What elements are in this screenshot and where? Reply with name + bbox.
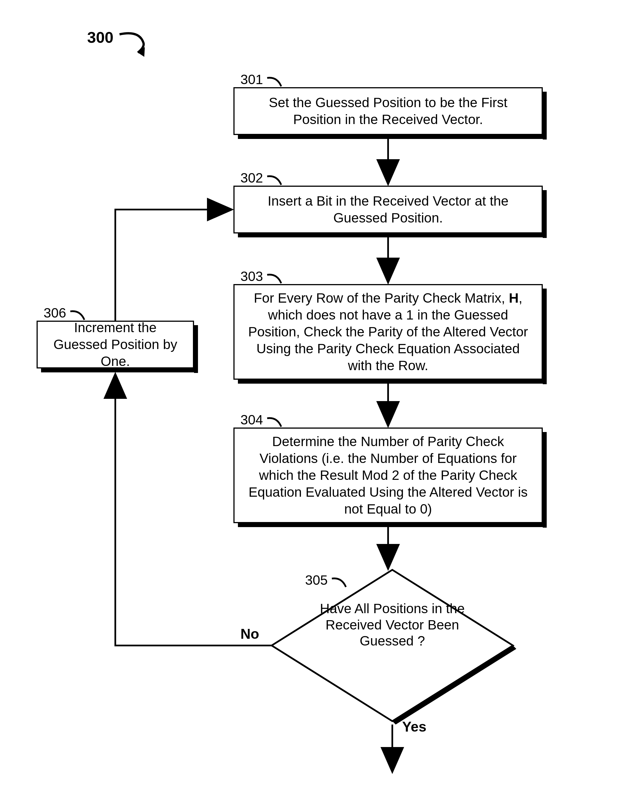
flow-arrows: [0, 0, 644, 812]
edge-yes: Yes: [402, 719, 426, 735]
edge-no: No: [240, 626, 259, 642]
